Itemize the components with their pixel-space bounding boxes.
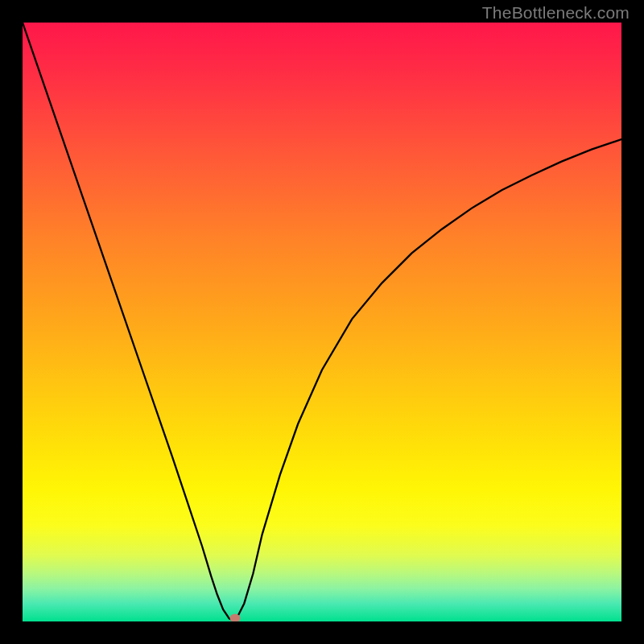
optimal-point-marker	[230, 614, 241, 622]
bottleneck-curve	[23, 23, 621, 621]
chart-frame: TheBottleneck.com	[0, 0, 644, 644]
watermark-text: TheBottleneck.com	[482, 3, 630, 23]
plot-area	[23, 23, 621, 621]
